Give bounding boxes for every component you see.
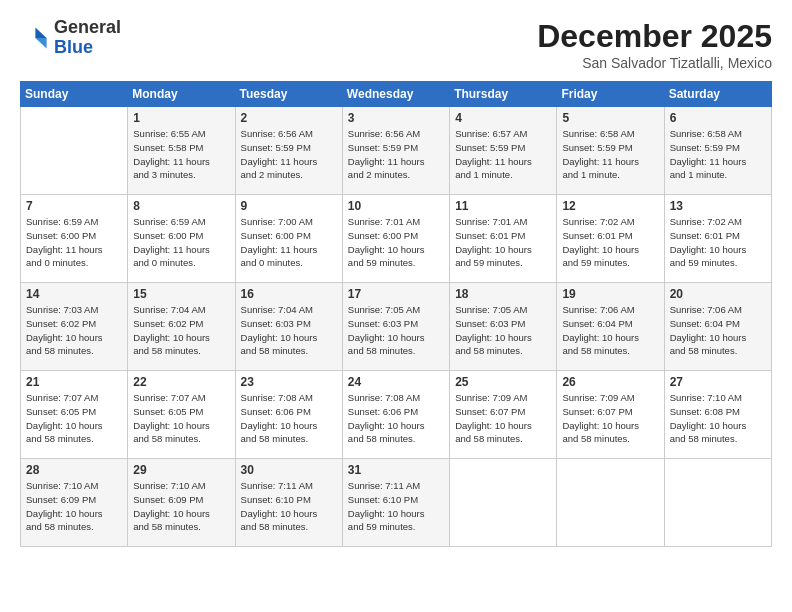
day-info: Sunrise: 6:59 AMSunset: 6:00 PMDaylight:… (133, 215, 229, 270)
day-info: Sunrise: 7:02 AMSunset: 6:01 PMDaylight:… (670, 215, 766, 270)
day-number: 16 (241, 287, 337, 301)
calendar-cell: 21Sunrise: 7:07 AMSunset: 6:05 PMDayligh… (21, 371, 128, 459)
day-info: Sunrise: 7:01 AMSunset: 6:01 PMDaylight:… (455, 215, 551, 270)
day-info: Sunrise: 7:11 AMSunset: 6:10 PMDaylight:… (348, 479, 444, 534)
day-info: Sunrise: 7:06 AMSunset: 6:04 PMDaylight:… (670, 303, 766, 358)
header-monday: Monday (128, 82, 235, 107)
logo-icon (20, 24, 48, 52)
calendar-cell: 12Sunrise: 7:02 AMSunset: 6:01 PMDayligh… (557, 195, 664, 283)
calendar-cell: 3Sunrise: 6:56 AMSunset: 5:59 PMDaylight… (342, 107, 449, 195)
header-saturday: Saturday (664, 82, 771, 107)
calendar-cell: 6Sunrise: 6:58 AMSunset: 5:59 PMDaylight… (664, 107, 771, 195)
header-tuesday: Tuesday (235, 82, 342, 107)
calendar-week-4: 21Sunrise: 7:07 AMSunset: 6:05 PMDayligh… (21, 371, 772, 459)
day-number: 12 (562, 199, 658, 213)
logo-text: General Blue (54, 18, 121, 58)
day-number: 29 (133, 463, 229, 477)
day-number: 11 (455, 199, 551, 213)
calendar-cell: 2Sunrise: 6:56 AMSunset: 5:59 PMDaylight… (235, 107, 342, 195)
calendar-week-2: 7Sunrise: 6:59 AMSunset: 6:00 PMDaylight… (21, 195, 772, 283)
day-number: 1 (133, 111, 229, 125)
day-number: 22 (133, 375, 229, 389)
day-info: Sunrise: 6:59 AMSunset: 6:00 PMDaylight:… (26, 215, 122, 270)
day-number: 20 (670, 287, 766, 301)
day-number: 17 (348, 287, 444, 301)
calendar-cell: 26Sunrise: 7:09 AMSunset: 6:07 PMDayligh… (557, 371, 664, 459)
day-number: 4 (455, 111, 551, 125)
day-info: Sunrise: 7:09 AMSunset: 6:07 PMDaylight:… (455, 391, 551, 446)
day-number: 2 (241, 111, 337, 125)
calendar-cell: 25Sunrise: 7:09 AMSunset: 6:07 PMDayligh… (450, 371, 557, 459)
day-number: 14 (26, 287, 122, 301)
calendar-cell: 14Sunrise: 7:03 AMSunset: 6:02 PMDayligh… (21, 283, 128, 371)
day-info: Sunrise: 7:04 AMSunset: 6:02 PMDaylight:… (133, 303, 229, 358)
page-header: General Blue December 2025 San Salvador … (20, 18, 772, 71)
calendar-cell: 28Sunrise: 7:10 AMSunset: 6:09 PMDayligh… (21, 459, 128, 547)
day-info: Sunrise: 6:57 AMSunset: 5:59 PMDaylight:… (455, 127, 551, 182)
day-number: 24 (348, 375, 444, 389)
day-info: Sunrise: 7:10 AMSunset: 6:09 PMDaylight:… (26, 479, 122, 534)
day-info: Sunrise: 7:11 AMSunset: 6:10 PMDaylight:… (241, 479, 337, 534)
calendar-cell: 20Sunrise: 7:06 AMSunset: 6:04 PMDayligh… (664, 283, 771, 371)
day-info: Sunrise: 7:08 AMSunset: 6:06 PMDaylight:… (241, 391, 337, 446)
day-number: 19 (562, 287, 658, 301)
day-number: 26 (562, 375, 658, 389)
header-row: Sunday Monday Tuesday Wednesday Thursday… (21, 82, 772, 107)
day-number: 21 (26, 375, 122, 389)
day-number: 23 (241, 375, 337, 389)
day-info: Sunrise: 7:04 AMSunset: 6:03 PMDaylight:… (241, 303, 337, 358)
calendar-cell (21, 107, 128, 195)
calendar-cell: 27Sunrise: 7:10 AMSunset: 6:08 PMDayligh… (664, 371, 771, 459)
day-info: Sunrise: 7:10 AMSunset: 6:08 PMDaylight:… (670, 391, 766, 446)
calendar-cell: 4Sunrise: 6:57 AMSunset: 5:59 PMDaylight… (450, 107, 557, 195)
day-info: Sunrise: 7:08 AMSunset: 6:06 PMDaylight:… (348, 391, 444, 446)
page-container: General Blue December 2025 San Salvador … (0, 0, 792, 557)
calendar-cell: 1Sunrise: 6:55 AMSunset: 5:58 PMDaylight… (128, 107, 235, 195)
day-info: Sunrise: 6:56 AMSunset: 5:59 PMDaylight:… (241, 127, 337, 182)
day-number: 7 (26, 199, 122, 213)
day-info: Sunrise: 7:02 AMSunset: 6:01 PMDaylight:… (562, 215, 658, 270)
calendar-cell: 9Sunrise: 7:00 AMSunset: 6:00 PMDaylight… (235, 195, 342, 283)
day-info: Sunrise: 7:07 AMSunset: 6:05 PMDaylight:… (133, 391, 229, 446)
day-info: Sunrise: 7:05 AMSunset: 6:03 PMDaylight:… (348, 303, 444, 358)
day-number: 6 (670, 111, 766, 125)
calendar-cell: 16Sunrise: 7:04 AMSunset: 6:03 PMDayligh… (235, 283, 342, 371)
calendar-cell: 10Sunrise: 7:01 AMSunset: 6:00 PMDayligh… (342, 195, 449, 283)
day-number: 27 (670, 375, 766, 389)
day-info: Sunrise: 7:09 AMSunset: 6:07 PMDaylight:… (562, 391, 658, 446)
day-info: Sunrise: 6:58 AMSunset: 5:59 PMDaylight:… (562, 127, 658, 182)
calendar-cell: 24Sunrise: 7:08 AMSunset: 6:06 PMDayligh… (342, 371, 449, 459)
calendar-table: Sunday Monday Tuesday Wednesday Thursday… (20, 81, 772, 547)
calendar-cell: 23Sunrise: 7:08 AMSunset: 6:06 PMDayligh… (235, 371, 342, 459)
day-number: 28 (26, 463, 122, 477)
day-number: 30 (241, 463, 337, 477)
title-block: December 2025 San Salvador Tizatlalli, M… (537, 18, 772, 71)
calendar-cell (664, 459, 771, 547)
calendar-cell: 8Sunrise: 6:59 AMSunset: 6:00 PMDaylight… (128, 195, 235, 283)
day-info: Sunrise: 7:05 AMSunset: 6:03 PMDaylight:… (455, 303, 551, 358)
calendar-cell: 22Sunrise: 7:07 AMSunset: 6:05 PMDayligh… (128, 371, 235, 459)
day-number: 25 (455, 375, 551, 389)
day-number: 31 (348, 463, 444, 477)
day-info: Sunrise: 7:03 AMSunset: 6:02 PMDaylight:… (26, 303, 122, 358)
calendar-cell: 30Sunrise: 7:11 AMSunset: 6:10 PMDayligh… (235, 459, 342, 547)
calendar-cell: 11Sunrise: 7:01 AMSunset: 6:01 PMDayligh… (450, 195, 557, 283)
calendar-cell: 7Sunrise: 6:59 AMSunset: 6:00 PMDaylight… (21, 195, 128, 283)
header-friday: Friday (557, 82, 664, 107)
day-info: Sunrise: 7:00 AMSunset: 6:00 PMDaylight:… (241, 215, 337, 270)
day-number: 9 (241, 199, 337, 213)
location: San Salvador Tizatlalli, Mexico (537, 55, 772, 71)
day-info: Sunrise: 7:01 AMSunset: 6:00 PMDaylight:… (348, 215, 444, 270)
logo: General Blue (20, 18, 121, 58)
calendar-header: Sunday Monday Tuesday Wednesday Thursday… (21, 82, 772, 107)
calendar-week-3: 14Sunrise: 7:03 AMSunset: 6:02 PMDayligh… (21, 283, 772, 371)
day-number: 13 (670, 199, 766, 213)
day-info: Sunrise: 7:07 AMSunset: 6:05 PMDaylight:… (26, 391, 122, 446)
day-number: 5 (562, 111, 658, 125)
day-number: 3 (348, 111, 444, 125)
calendar-cell: 5Sunrise: 6:58 AMSunset: 5:59 PMDaylight… (557, 107, 664, 195)
svg-marker-1 (35, 38, 46, 49)
calendar-cell: 18Sunrise: 7:05 AMSunset: 6:03 PMDayligh… (450, 283, 557, 371)
svg-marker-0 (35, 27, 46, 38)
header-sunday: Sunday (21, 82, 128, 107)
